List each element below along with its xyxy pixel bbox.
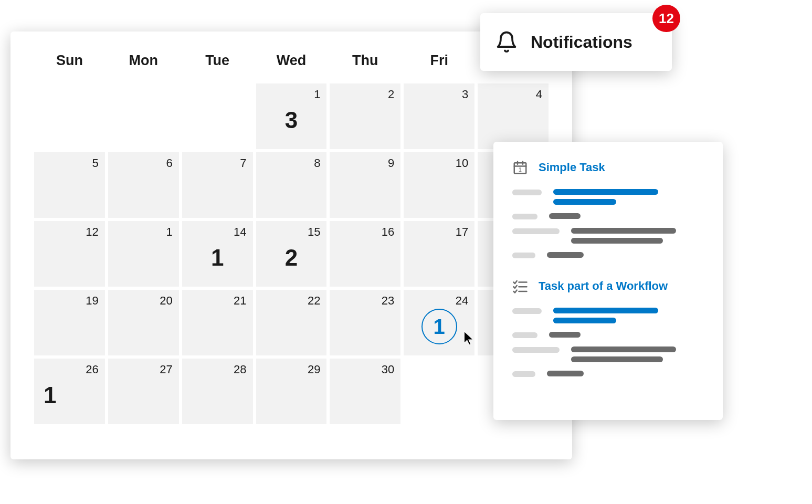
task-row [512,189,704,205]
day-number: 22 [308,294,320,308]
task-row [512,346,704,362]
day-header: Thu [330,52,400,69]
skeleton-value [549,213,581,219]
day-number: 6 [166,156,172,170]
day-number: 23 [382,294,394,308]
day-number: 17 [456,225,468,239]
day-cell[interactable]: 12 [34,221,105,287]
day-number: 20 [160,294,172,308]
task-row [512,228,704,244]
skeleton-label [512,253,535,258]
skeleton-label [512,332,537,338]
day-cell[interactable]: 5 [34,152,105,218]
skeleton-value [553,308,658,313]
day-cell[interactable]: 141 [182,221,253,287]
task-header: 1 Simple Task [512,160,704,175]
day-cell[interactable]: 21 [182,290,253,355]
day-event-count: 1 [421,309,457,344]
day-cell[interactable]: 16 [330,221,400,287]
day-cell-blank [108,83,179,149]
day-cell[interactable]: 6 [108,152,179,218]
day-number: 9 [388,156,394,170]
day-cell[interactable]: 13 [256,83,327,149]
day-number: 5 [92,156,99,170]
calendar-icon: 1 [512,160,528,175]
day-cell[interactable]: 20 [108,290,179,355]
day-number: 12 [86,225,98,239]
task-rows [512,189,704,258]
day-number: 3 [462,88,468,101]
skeleton-value [549,332,581,338]
svg-text:1: 1 [519,166,522,173]
skeleton-value [547,252,584,258]
day-number: 15 [308,225,320,239]
task-row [512,371,704,377]
day-number: 29 [308,363,320,376]
day-header: Sun [34,52,105,69]
day-header: Wed [256,52,327,69]
day-cell-blank [404,359,474,424]
day-cell-blank [182,83,253,149]
day-number: 30 [382,363,394,376]
skeleton-value [553,318,616,323]
day-number: 21 [234,294,246,308]
day-cell[interactable]: 17 [404,221,474,287]
day-number: 7 [240,156,246,170]
task-row [512,308,704,323]
day-cell[interactable]: 29 [256,359,327,424]
skeleton-value [571,228,676,234]
day-number: 26 [86,363,98,376]
day-cell[interactable]: 1 [108,221,179,287]
skeleton-label [512,371,535,377]
day-cell[interactable]: 3 [404,83,474,149]
day-number: 10 [456,156,468,170]
checklist-icon [512,278,528,294]
day-cell[interactable]: 9 [330,152,400,218]
day-cell[interactable]: 19 [34,290,105,355]
bell-icon [495,30,518,54]
day-header: Fri [404,52,474,69]
skeleton-label [512,214,537,219]
task-title-label: Simple Task [539,161,605,174]
day-cell[interactable]: 4 [478,83,549,149]
task-title-label: Task part of a Workflow [539,279,668,293]
skeleton-value [547,371,584,376]
day-cell[interactable]: 7 [182,152,253,218]
day-event-count: 1 [44,382,56,408]
day-number: 1 [166,225,172,239]
skeleton-value [571,346,676,352]
day-cell[interactable]: 27 [108,359,179,424]
day-cell[interactable]: 152 [256,221,327,287]
task-rows [512,308,704,377]
task-row [512,252,704,258]
tasks-card: 1 Simple Task [493,142,723,420]
day-cell[interactable]: 28 [182,359,253,424]
skeleton-label [512,228,560,234]
skeleton-label [512,190,542,195]
day-number: 24 [456,294,468,308]
day-event-count: 3 [285,107,298,133]
day-number: 14 [234,225,246,239]
day-number: 8 [314,156,320,170]
day-cell[interactable]: 23 [330,290,400,355]
day-cell[interactable]: 8 [256,152,327,218]
day-number: 28 [234,363,246,376]
day-cell[interactable]: 261 [34,359,105,424]
day-number: 2 [388,88,394,101]
notifications-title: Notifications [531,33,632,52]
task-header: Task part of a Workflow [512,278,704,294]
day-cell[interactable]: 10 [404,152,474,218]
task-section-workflow[interactable]: Task part of a Workflow [512,278,704,377]
day-number: 16 [382,225,394,239]
notifications-card[interactable]: Notifications 12 [480,13,672,71]
day-cell[interactable]: 2 [330,83,400,149]
day-cell[interactable]: 30 [330,359,400,424]
calendar-grid: 1323456789101112114115216171819202122232… [34,83,549,424]
task-section-simple[interactable]: 1 Simple Task [512,160,704,258]
day-event-count: 2 [285,245,298,271]
day-cell[interactable]: 22 [256,290,327,355]
day-number: 4 [536,88,542,101]
task-row [512,332,704,338]
skeleton-value [553,189,658,195]
day-cell[interactable]: 241 [404,290,474,355]
